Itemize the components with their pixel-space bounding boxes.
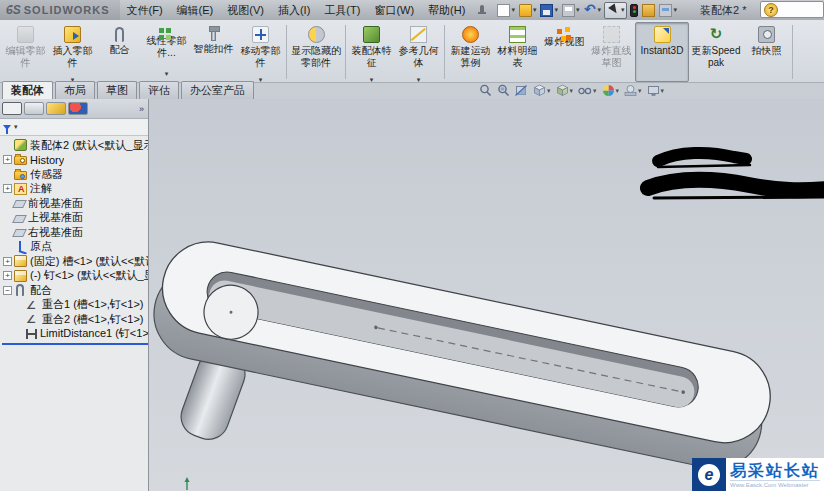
tree-item-limitdistance-mate[interactable]: LimitDistance1 (钉<1> <box>2 327 148 342</box>
menu-file[interactable]: 文件(F) <box>120 0 170 20</box>
tab-office-products[interactable]: 办公室产品 <box>181 81 254 99</box>
ribbon-button-exploded-view[interactable]: 爆炸视图 <box>541 22 588 82</box>
tree-item-right-plane[interactable]: 右视基准面 <box>2 225 148 240</box>
apply-scene-button[interactable] <box>623 84 643 97</box>
ribbon-button-insert-component[interactable]: 插入零部件 <box>49 22 96 82</box>
ribbon-button-mate[interactable]: 配合 <box>96 22 143 82</box>
ribbon-button-show-hidden-components[interactable]: 显示隐藏的零部件 <box>289 22 343 82</box>
dropdown-arrow-icon[interactable] <box>165 62 169 80</box>
view-settings-button[interactable] <box>646 84 666 97</box>
annotations-folder-icon <box>14 183 27 195</box>
tree-item-coincident2-mate[interactable]: 重合2 (槽<1>,钉<1>) <box>2 312 148 327</box>
tree-item-annotations[interactable]: 注解 <box>2 182 148 197</box>
menu-view[interactable]: 视图(V) <box>220 0 271 20</box>
tree-filter-row[interactable]: ▾ <box>0 119 148 136</box>
menu-pin-icon[interactable] <box>476 4 488 16</box>
ribbon-button-assembly-features[interactable]: 装配体特征 <box>348 22 395 82</box>
solidworks-logo-mark: ϐS <box>6 3 21 17</box>
configurationmanager-tab-icon[interactable] <box>46 102 66 115</box>
move-component-icon <box>252 26 269 43</box>
menu-window[interactable]: 窗口(W) <box>367 0 421 20</box>
edit-appearance-button[interactable] <box>601 84 621 97</box>
bom-icon <box>509 26 526 43</box>
tree-item-sensors[interactable]: 传感器 <box>2 167 148 182</box>
expand-plus-icon[interactable] <box>3 271 12 280</box>
file-properties-button[interactable] <box>641 4 656 17</box>
ribbon-button-bom[interactable]: 材料明细表 <box>494 22 541 82</box>
display-settings-icon <box>659 4 672 17</box>
plane-icon <box>12 215 27 223</box>
open-button[interactable] <box>518 4 538 17</box>
file-properties-icon <box>642 4 655 17</box>
watermark-title: 易采站长站 <box>730 462 820 480</box>
tree-item-top-plane[interactable]: 上视基准面 <box>2 211 148 226</box>
tab-assembly[interactable]: 装配体 <box>2 81 53 99</box>
section-view-button[interactable] <box>514 84 529 97</box>
tab-evaluate[interactable]: 评估 <box>139 81 179 99</box>
ribbon-button-instant3d[interactable]: Instant3D <box>635 22 689 82</box>
expand-plus-icon[interactable] <box>3 184 12 193</box>
ribbon-button-reference-geometry[interactable]: 参考几何体 <box>395 22 442 82</box>
explode-line-sketch-icon <box>603 26 620 43</box>
tree-item-history[interactable]: History <box>2 153 148 168</box>
menu-insert[interactable]: 插入(I) <box>271 0 317 20</box>
display-style-icon <box>556 84 569 97</box>
ribbon-button-linear-pattern[interactable]: 线性零部件... <box>143 22 190 82</box>
tab-layout[interactable]: 布局 <box>55 81 95 99</box>
solidworks-logo: ϐS SOLIDWORKS <box>0 0 120 20</box>
menu-edit[interactable]: 编辑(E) <box>170 0 221 20</box>
watermark-logo-icon <box>698 464 720 486</box>
hide-show-items-button[interactable] <box>577 84 598 97</box>
redaction-scribbles <box>149 99 824 491</box>
display-settings-button[interactable] <box>658 4 678 17</box>
take-snapshot-icon <box>758 26 775 43</box>
select-tool-button[interactable] <box>604 2 628 19</box>
print-button[interactable] <box>561 4 581 17</box>
propertymanager-tab-icon[interactable] <box>24 102 44 115</box>
tree-item-coincident1-mate[interactable]: 重合1 (槽<1>,钉<1>) <box>2 298 148 313</box>
tree-item-slot-part[interactable]: (固定) 槽<1> (默认<<默认 <box>2 254 148 269</box>
panel-empty-area <box>0 345 148 491</box>
ribbon-button-motion-study[interactable]: 新建运动算例 <box>447 22 494 82</box>
new-document-button[interactable] <box>496 4 516 17</box>
undo-button[interactable] <box>582 4 602 17</box>
feature-manager-panel: » ▾ 装配体2 (默认<默认_显示状 History <box>0 99 149 491</box>
panel-tab-overflow[interactable]: » <box>139 104 146 114</box>
view-orientation-button[interactable] <box>532 84 552 97</box>
displaymanager-tab-icon[interactable] <box>68 102 88 115</box>
tab-sketch[interactable]: 草图 <box>97 81 137 99</box>
zoom-fit-button[interactable] <box>478 84 493 97</box>
collapse-minus-icon[interactable] <box>3 286 12 295</box>
featuremanager-tab-icon[interactable] <box>2 102 22 115</box>
tree-item-origin[interactable]: 原点 <box>2 240 148 255</box>
expand-plus-icon[interactable] <box>3 155 12 164</box>
zoom-area-button[interactable] <box>496 84 511 97</box>
expand-plus-icon[interactable] <box>3 257 12 266</box>
menu-help[interactable]: 帮助(H) <box>421 0 472 20</box>
graphics-viewport[interactable]: 易采站长站 Www.Easck.Com Webmaster <box>149 99 824 491</box>
help-icon <box>764 3 778 17</box>
save-button[interactable] <box>539 4 559 17</box>
limit-distance-mate-icon <box>26 329 37 339</box>
ribbon-separator <box>286 25 287 79</box>
zoom-fit-icon <box>479 84 492 97</box>
ribbon-button-move-component[interactable]: 移动零部件 <box>237 22 284 82</box>
menu-tools[interactable]: 工具(T) <box>317 0 367 20</box>
sensors-folder-icon <box>14 171 27 180</box>
coincident-mate-icon <box>26 299 39 311</box>
ribbon-button-explode-line-sketch: 爆炸直线草图 <box>588 22 635 82</box>
tree-item-front-plane[interactable]: 前视基准面 <box>2 196 148 211</box>
redaction-scribble-2 <box>648 180 824 198</box>
rebuild-button[interactable] <box>629 4 639 17</box>
apply-scene-icon <box>624 84 637 97</box>
ribbon-button-update-speedpak[interactable]: 更新Speedpak <box>689 22 743 82</box>
help-search-box[interactable] <box>760 1 824 18</box>
command-manager-tabs: 装配体 布局 草图 评估 办公室产品 <box>0 83 824 100</box>
tree-item-mates-folder[interactable]: 配合 <box>2 283 148 298</box>
display-style-button[interactable] <box>555 84 575 97</box>
ribbon-button-take-snapshot[interactable]: 拍快照 <box>743 22 790 82</box>
ribbon-button-smart-fasteners[interactable]: 智能扣件 <box>190 22 237 82</box>
save-icon <box>540 4 553 17</box>
tree-item-pin-part[interactable]: (-) 钉<1> (默认<<默认_显 <box>2 269 148 284</box>
tree-item-assembly-root[interactable]: 装配体2 (默认<默认_显示状 <box>2 138 148 153</box>
